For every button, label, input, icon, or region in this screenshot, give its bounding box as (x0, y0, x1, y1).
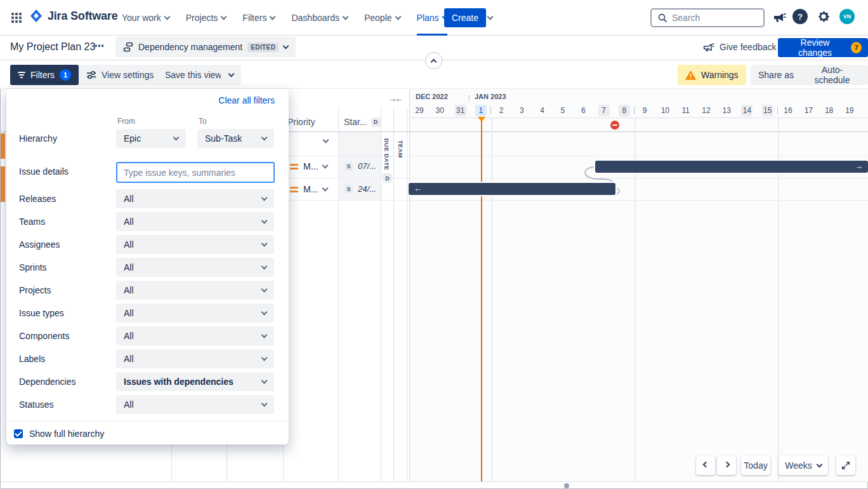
create-button[interactable]: Create (444, 8, 486, 27)
filter-label: Dependencies (19, 372, 76, 391)
nav-item-filters[interactable]: Filters (242, 0, 275, 36)
scrollbar-dot[interactable] (564, 483, 569, 488)
chevron-down-icon (261, 195, 268, 201)
teams-select[interactable]: All (116, 212, 274, 231)
start-header-label: Star... (344, 117, 367, 127)
start-date-cell[interactable]: S 07/... (345, 161, 376, 171)
warnings-button[interactable]: Warnings (678, 65, 746, 85)
nav-item-projects[interactable]: Projects (186, 0, 227, 36)
sprints-select[interactable]: All (116, 258, 274, 277)
chevron-down-icon (487, 14, 493, 20)
share-as-button[interactable]: Share as (751, 65, 801, 85)
projects-select[interactable]: All (116, 281, 274, 300)
filter-row-sprints: SprintsAll (6, 258, 289, 277)
chevron-down-icon (164, 14, 170, 20)
nav-item-plans[interactable]: Plans (417, 0, 447, 36)
priority-cell[interactable]: M... (290, 184, 327, 194)
give-feedback-button[interactable]: Give feedback (702, 41, 777, 53)
view-switcher[interactable]: Dependency management EDITED (115, 37, 296, 57)
filter-value: All (124, 308, 134, 318)
releases-select[interactable]: All (116, 189, 274, 208)
filters-button[interactable]: Filters 1 (10, 65, 79, 85)
sliders-icon (86, 70, 96, 80)
collapse-columns-icon[interactable]: →← (388, 94, 401, 104)
warnings-label: Warnings (701, 70, 739, 80)
search-input[interactable]: Search (650, 8, 765, 27)
overdue-release-icon[interactable] (610, 121, 619, 130)
filter-label: Teams (19, 212, 45, 231)
save-view-dropdown-button[interactable] (221, 65, 241, 85)
plan-more-menu-icon[interactable]: ••• (95, 41, 105, 50)
priority-cell[interactable]: M... (290, 161, 327, 171)
gantt-bar-2[interactable]: ← (409, 183, 615, 195)
start-date-column-header[interactable]: Star... D (344, 117, 381, 127)
today-marker-triangle (478, 117, 485, 122)
due-date-column-header[interactable]: DUE DATE (383, 138, 390, 170)
settings-gear-icon[interactable] (817, 10, 831, 23)
chevron-down-icon (261, 218, 268, 224)
due-header-d-badge: D (383, 173, 392, 183)
chevron-down-icon (261, 378, 268, 384)
auto-schedule-button[interactable]: Auto-schedule (796, 65, 868, 85)
jira-logo[interactable]: Jira Software (29, 9, 117, 23)
chevron-down-icon (261, 264, 268, 270)
plan-title: My Project Plan 23 (10, 41, 95, 53)
announcements-icon[interactable] (772, 10, 786, 24)
review-changes-label: Review changes (784, 37, 846, 58)
priority-column-header[interactable]: Priority (287, 117, 315, 127)
app-switcher-icon[interactable] (11, 13, 22, 23)
collapse-header-button[interactable] (425, 52, 442, 69)
start-date-cell[interactable]: S 24/... (345, 184, 376, 194)
timeline-day-4: 4 (532, 105, 553, 116)
timeline-day-3: 3 (511, 105, 532, 116)
filter-value: All (124, 239, 134, 250)
labels-select[interactable]: All (116, 349, 274, 368)
hierarchy-from-select[interactable]: Epic (116, 129, 186, 148)
statuses-select[interactable]: All (116, 395, 274, 414)
timeline-day-17: 17 (798, 105, 819, 116)
nav-item-label: People (364, 13, 392, 23)
top-navigation: Jira Software Your workProjectsFiltersDa… (0, 0, 868, 36)
timeline-day-19: 19 (839, 105, 860, 116)
filter-row-releases: ReleasesAll (6, 189, 289, 208)
nav-item-your-work[interactable]: Your work (122, 0, 169, 36)
dependencies-select[interactable]: Issues with dependencies (116, 372, 274, 391)
row-warning-indicator (1, 133, 5, 159)
team-column-header[interactable]: TEAM (397, 140, 404, 158)
nav-item-people[interactable]: People (364, 0, 400, 36)
show-full-hierarchy-label: Show full hierarchy (29, 429, 104, 439)
show-full-hierarchy-toggle[interactable]: Show full hierarchy (14, 424, 104, 443)
assignees-select[interactable]: All (116, 235, 274, 254)
filter-label: Statuses (19, 395, 53, 414)
chevron-down-icon (270, 14, 276, 20)
today-button[interactable]: Today (741, 456, 770, 475)
issue-types-select[interactable]: All (116, 304, 274, 323)
scroll-left-button[interactable] (696, 456, 715, 475)
filter-value: All (124, 285, 134, 295)
filter-row-dependencies: DependenciesIssues with dependencies (6, 372, 289, 391)
scroll-right-button[interactable] (717, 456, 736, 475)
view-settings-button[interactable]: View settings (79, 65, 161, 85)
components-select[interactable]: All (116, 326, 274, 345)
help-icon[interactable]: ? (792, 9, 808, 24)
hierarchy-to-select[interactable]: Sub-Task (197, 129, 274, 148)
review-changes-button[interactable]: Review changes 7 (778, 38, 868, 57)
chevron-up-icon (431, 58, 437, 65)
checkbox-checked-icon[interactable] (14, 429, 23, 438)
nav-item-dashboards[interactable]: Dashboards (291, 0, 348, 36)
user-avatar[interactable]: VN (839, 9, 855, 24)
nav-item-label: Filters (242, 13, 266, 23)
save-this-view-button[interactable]: Save this view (157, 65, 229, 85)
view-name: Dependency management (138, 42, 242, 52)
sprint-date-badge: S (345, 162, 353, 171)
fullscreen-button[interactable] (836, 456, 855, 475)
chevron-down-icon (322, 163, 329, 169)
product-name: Jira Software (48, 10, 117, 23)
bar-overflow-arrow-left: ← (414, 184, 422, 193)
clear-all-filters-link[interactable]: Clear all filters (218, 95, 275, 105)
gantt-bar-1[interactable]: → (595, 161, 868, 173)
issue-details-input[interactable] (116, 162, 275, 183)
timeline-day-29: 29 (409, 105, 430, 116)
expand-row-chevron[interactable] (324, 140, 328, 142)
zoom-level-select[interactable]: Weeks (779, 456, 828, 475)
